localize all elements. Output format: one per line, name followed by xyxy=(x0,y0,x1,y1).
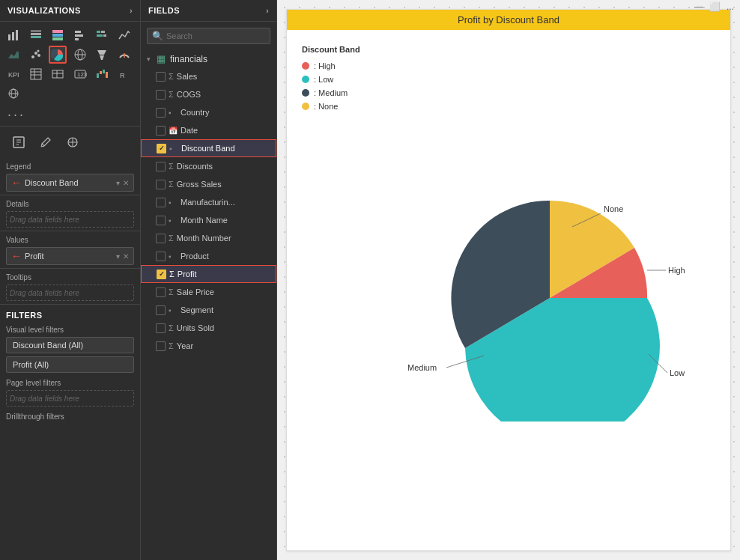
vis-icon-matrix[interactable] xyxy=(49,65,67,83)
field-name-sale-price: Sale Price xyxy=(177,287,214,296)
field-checkbox-product[interactable] xyxy=(156,252,166,261)
field-checkbox-year[interactable] xyxy=(156,341,166,351)
vis-icon-kpi[interactable]: KPI xyxy=(4,65,22,83)
vis-icon-map[interactable] xyxy=(71,46,89,64)
field-item-country[interactable]: ▪ Country xyxy=(141,103,276,121)
svg-rect-32 xyxy=(52,70,63,78)
vis-icon-waterfall[interactable] xyxy=(93,65,111,83)
vis-analytics-icon[interactable] xyxy=(61,131,84,153)
field-checkbox-sales[interactable] xyxy=(156,72,166,82)
field-item-gross-sales[interactable]: Σ Gross Sales xyxy=(141,175,276,193)
page-filters-drop[interactable]: Drag data fields here xyxy=(6,390,134,407)
values-pill[interactable]: ← Profit ▾ ✕ xyxy=(6,247,134,265)
field-item-product[interactable]: ▪ Product xyxy=(141,247,276,265)
vis-icon-gauge[interactable] xyxy=(115,46,133,64)
visual-level-label: Visual level filters xyxy=(6,326,134,334)
vis-icon-globe[interactable] xyxy=(4,85,22,103)
values-arrow: ← xyxy=(11,250,22,262)
vis-icon-area[interactable] xyxy=(4,46,22,64)
table-group-financials[interactable]: ▾ ▦ financials xyxy=(141,50,276,67)
field-checkbox-month-number[interactable] xyxy=(156,234,166,243)
more-button[interactable]: ... xyxy=(727,1,734,12)
vis-icon-table[interactable] xyxy=(27,65,45,83)
vis-icon-line[interactable] xyxy=(115,26,133,44)
field-sigma-sale-price: Σ xyxy=(169,287,174,296)
vis-icon-stackedbar[interactable] xyxy=(27,26,45,44)
legend-label-high: : High xyxy=(314,61,336,70)
chart-legend: Discount Band : High : Low : Medium : No… xyxy=(302,37,362,543)
vis-icon-pie[interactable] xyxy=(49,46,67,64)
field-item-sales[interactable]: Σ Sales xyxy=(141,67,276,85)
vis-format-icon[interactable] xyxy=(7,131,30,153)
field-checkbox-country[interactable] xyxy=(156,108,166,118)
field-item-date[interactable]: 📅 Date xyxy=(141,121,276,139)
values-remove-icon[interactable]: ✕ xyxy=(123,252,129,261)
tooltips-placeholder: Drag data fields here xyxy=(10,289,79,297)
search-box[interactable]: 🔍 xyxy=(147,28,270,44)
vis-icon-scatter[interactable] xyxy=(27,46,45,64)
field-checkbox-date[interactable] xyxy=(156,126,166,136)
svg-rect-37 xyxy=(97,73,99,78)
field-item-discount-band[interactable]: ▪ Discount Band xyxy=(141,139,276,157)
field-checkbox-segment[interactable] xyxy=(156,305,166,315)
pie-chart-svg: None High Low Medium xyxy=(400,159,685,421)
fields-expand-icon[interactable]: › xyxy=(266,7,269,15)
search-input[interactable] xyxy=(166,31,265,40)
field-checkbox-units-sold[interactable] xyxy=(156,323,166,333)
filter-profit[interactable]: Profit (All) xyxy=(6,356,134,373)
vis-icon-bar[interactable] xyxy=(4,26,22,44)
field-checkbox-cogs[interactable] xyxy=(156,90,166,100)
minimize-button[interactable]: — xyxy=(694,1,703,12)
values-chevron-icon[interactable]: ▾ xyxy=(116,252,120,261)
field-item-discounts[interactable]: Σ Discounts xyxy=(141,157,276,175)
field-checkbox-manufacturing[interactable] xyxy=(156,198,166,207)
field-item-profit[interactable]: Σ Profit xyxy=(141,265,276,283)
field-type-country: ▪ xyxy=(169,109,178,117)
field-checkbox-gross-sales[interactable] xyxy=(156,180,166,189)
legend-chevron-icon[interactable]: ▾ xyxy=(116,179,120,187)
maximize-button[interactable]: ⬜ xyxy=(709,1,721,12)
field-item-month-number[interactable]: Σ Month Number xyxy=(141,229,276,247)
field-item-segment[interactable]: ▪ Segment xyxy=(141,301,276,319)
field-name-country: Country xyxy=(181,108,210,117)
field-checkbox-month-name[interactable] xyxy=(156,216,166,225)
window-controls: — ⬜ ... xyxy=(694,1,734,12)
details-label: Details xyxy=(6,200,134,208)
legend-pill[interactable]: ← Discount Band ▾ ✕ xyxy=(6,174,134,192)
field-checkbox-discount-band[interactable] xyxy=(157,144,166,153)
field-item-manufacturing[interactable]: ▪ Manufacturin... xyxy=(141,193,276,211)
field-item-cogs[interactable]: Σ COGS xyxy=(141,85,276,103)
field-item-month-name[interactable]: ▪ Month Name xyxy=(141,211,276,229)
filter-discount-band[interactable]: Discount Band (All) xyxy=(6,337,134,353)
field-item-year[interactable]: Σ Year xyxy=(141,337,276,355)
svg-rect-0 xyxy=(8,34,10,40)
vis-expand-icon[interactable]: › xyxy=(130,7,133,15)
field-checkbox-sale-price[interactable] xyxy=(156,287,166,297)
vis-icon-hstackedbar[interactable] xyxy=(93,26,111,44)
svg-rect-40 xyxy=(106,72,108,78)
field-type-month-name: ▪ xyxy=(169,216,178,225)
vis-icon-card[interactable]: 123 xyxy=(71,65,89,83)
field-item-sale-price[interactable]: Σ Sale Price xyxy=(141,283,276,301)
vis-icon-funnel[interactable] xyxy=(93,46,111,64)
legend-label-low: : Low xyxy=(314,75,333,84)
tooltips-drop[interactable]: Drag data fields here xyxy=(6,284,134,301)
vis-icon-hbar[interactable] xyxy=(71,26,89,44)
page-level-label: Page level filters xyxy=(6,379,134,387)
vis-paintbrush-icon[interactable] xyxy=(34,131,57,153)
table-name: financials xyxy=(170,54,207,64)
search-icon: 🔍 xyxy=(152,31,163,41)
vis-icon-ribbon[interactable]: R xyxy=(115,65,133,83)
vis-icon-100bar[interactable] xyxy=(49,26,67,44)
field-checkbox-discounts[interactable] xyxy=(156,162,166,171)
details-drop[interactable]: Drag data fields here xyxy=(6,211,134,228)
legend-remove-icon[interactable]: ✕ xyxy=(123,179,129,187)
field-name-units-sold: Units Sold xyxy=(177,323,214,332)
vis-more-button[interactable]: ··· xyxy=(0,104,140,126)
chart-body: Discount Band : High : Low : Medium : No… xyxy=(287,30,730,550)
field-sigma-year: Σ xyxy=(169,341,174,350)
pie-label-low: Low xyxy=(670,368,685,377)
field-checkbox-profit[interactable] xyxy=(157,270,166,279)
field-item-units-sold[interactable]: Σ Units Sold xyxy=(141,319,276,337)
vis-icons-grid: KPI 123 R xyxy=(0,22,140,104)
